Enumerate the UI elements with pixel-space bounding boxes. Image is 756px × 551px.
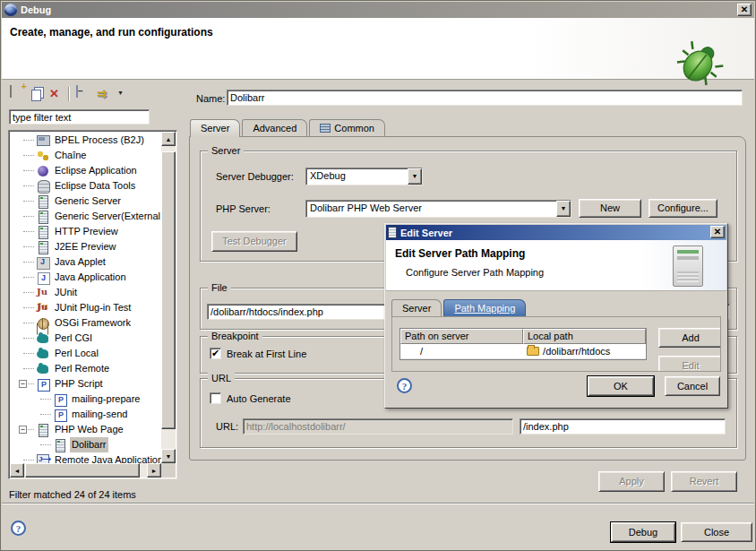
new-configuration-icon[interactable] (8, 86, 24, 102)
collapse-toggle-icon[interactable]: − (19, 380, 27, 388)
junit-icon (36, 286, 50, 299)
edit-server-title: Edit Server (400, 228, 452, 238)
chevron-down-icon[interactable]: ▼ (556, 201, 571, 217)
tab-common[interactable]: Common (309, 119, 385, 137)
collapse-all-icon[interactable] (74, 86, 90, 102)
tree-item-php-script[interactable]: −PHP Script (11, 376, 161, 392)
vertical-scroll-thumb[interactable] (161, 151, 176, 429)
tree-item-mailing-send[interactable]: −mailing-send (11, 407, 161, 422)
add-mapping-button[interactable]: Add (658, 328, 721, 348)
php-server-value: Dolibarr PHP Web Server (310, 202, 554, 213)
edit-server-header: Edit Server Path Mapping Configure Serve… (386, 240, 726, 291)
column-local-path[interactable]: Local path (523, 329, 646, 344)
help-icon[interactable]: ? (397, 378, 412, 393)
close-window-icon[interactable]: ✕ (737, 4, 752, 16)
java-remote-icon (36, 453, 50, 463)
tree-item-eclipse-application[interactable]: −Eclipse Application (11, 163, 161, 178)
delete-configuration-icon[interactable] (47, 86, 63, 102)
path-mapping-row[interactable]: //dolibarr/htdocs (400, 344, 646, 359)
tree-item-remote-java-application[interactable]: −Remote Java Application (11, 452, 161, 463)
config-tree: −BPEL Process (B2J)−Chaîne−Eclipse Appli… (11, 133, 161, 463)
scroll-up-icon[interactable]: ▲ (161, 132, 176, 146)
server-node-icon (36, 210, 50, 223)
tree-item-php-web-page[interactable]: −PHP Web Page (11, 422, 161, 437)
configurations-tree-panel: −BPEL Process (B2J)−Chaîne−Eclipse Appli… (8, 130, 177, 479)
tree-item-perl-local[interactable]: −Perl Local (11, 346, 161, 361)
bug-icon (675, 39, 724, 88)
edit-mapping-button[interactable]: Edit (658, 356, 721, 372)
tree-item-label: Generic Server (53, 194, 123, 209)
new-server-button[interactable]: New (579, 199, 641, 218)
duplicate-configuration-icon[interactable] (31, 90, 41, 101)
configure-server-button[interactable]: Configure... (649, 199, 717, 218)
php-server-combo[interactable]: Dolibarr PHP Web Server ▼ (305, 200, 571, 218)
path-mapping-content: Path on server Local path //dolibarr/htd… (391, 316, 721, 372)
filter-icon[interactable] (96, 86, 112, 102)
tree-item-label: Perl Local (53, 346, 100, 361)
scroll-down-icon[interactable]: ▼ (161, 449, 176, 463)
tree-item-java-applet[interactable]: −Java Applet (11, 254, 161, 270)
server-node-icon (36, 225, 50, 238)
tree-item-dolibarr[interactable]: −Dolibarr (11, 437, 161, 452)
table-icon (320, 124, 331, 133)
server-debugger-combo[interactable]: XDebug ▼ (305, 168, 423, 185)
tree-item-perl-cgi[interactable]: −Perl CGI (11, 331, 161, 346)
test-debugger-button[interactable]: Test Debugger (211, 231, 297, 252)
help-icon[interactable]: ? (11, 521, 26, 536)
edit-server-heading: Edit Server Path Mapping (395, 247, 525, 260)
server-path-cell: / (400, 344, 523, 358)
revert-button[interactable]: Revert (671, 471, 737, 492)
tree-item-label: Perl CGI (53, 331, 94, 346)
tree-item-j2ee-preview[interactable]: −J2EE Preview (11, 239, 161, 254)
cancel-button[interactable]: Cancel (665, 376, 720, 396)
tab-server[interactable]: Server (190, 119, 240, 137)
horizontal-scroll-thumb[interactable] (25, 463, 140, 478)
scroll-left-icon[interactable]: ◄ (10, 463, 24, 478)
tree-item-junit[interactable]: −JUnit (11, 285, 161, 300)
url-path-input[interactable] (520, 418, 726, 435)
tree-item-label: Chaîne (53, 148, 88, 163)
name-input[interactable] (227, 90, 743, 106)
ok-button[interactable]: OK (588, 376, 654, 396)
tree-item-bpel-process-b2j[interactable]: −BPEL Process (B2J) (11, 133, 161, 148)
tab-advanced[interactable]: Advanced (242, 119, 307, 137)
tree-item-eclipse-data-tools[interactable]: −Eclipse Data Tools (11, 178, 161, 194)
tree-item-junit-plug-in-test[interactable]: −JUnit Plug-in Test (11, 300, 161, 315)
column-path-on-server[interactable]: Path on server (400, 329, 523, 344)
chevron-down-icon[interactable]: ▼ (408, 168, 422, 185)
tree-item-osgi-framework[interactable]: −OSGi Framework (11, 315, 161, 331)
tab-server-settings[interactable]: Server (391, 299, 442, 317)
path-mapping-table-body: //dolibarr/htdocs (400, 344, 646, 359)
breakpoint-group-title: Breakpoint (208, 331, 262, 341)
tree-item-cha-ne[interactable]: −Chaîne (11, 148, 161, 163)
tree-vertical-scrollbar[interactable]: ▲ ▼ (161, 132, 176, 463)
scroll-right-icon[interactable]: ► (147, 463, 161, 478)
tree-item-generic-server-external-la[interactable]: −Generic Server(External La (11, 209, 161, 224)
tree-item-perl-remote[interactable]: −Perl Remote (11, 361, 161, 376)
php-icon (53, 408, 67, 421)
banner: Create, manage, and run configurations (2, 18, 754, 80)
collapse-toggle-icon[interactable]: − (19, 426, 27, 434)
close-edit-server-icon[interactable]: ✕ (710, 226, 725, 238)
tree-item-label: Remote Java Application (53, 452, 161, 463)
junit-plugin-icon (36, 301, 50, 314)
filter-input[interactable] (9, 109, 150, 125)
tree-item-label: BPEL Process (B2J) (53, 133, 146, 148)
tree-item-label: mailing-send (70, 407, 129, 422)
tab-path-mapping[interactable]: Path Mapping (443, 299, 526, 317)
menu-dropdown-icon[interactable] (117, 86, 126, 102)
tree-item-label: Dolibarr (70, 437, 108, 452)
auto-generate-checkbox[interactable] (210, 392, 221, 404)
debug-button[interactable]: Debug (611, 522, 675, 542)
break-first-line-checkbox[interactable]: ✔ (210, 348, 221, 359)
camel-icon (36, 331, 50, 345)
php-icon (36, 377, 50, 391)
apply-button[interactable]: Apply (598, 471, 665, 492)
osgi-icon (36, 316, 50, 330)
close-button[interactable]: Close (681, 522, 752, 542)
tree-item-generic-server[interactable]: −Generic Server (11, 194, 161, 209)
tree-item-http-preview[interactable]: −HTTP Preview (11, 224, 161, 239)
tree-horizontal-scrollbar[interactable]: ◄ ► (10, 463, 161, 478)
tree-item-java-application[interactable]: −Java Application (11, 270, 161, 285)
tree-item-mailing-prepare[interactable]: −mailing-prepare (11, 392, 161, 407)
